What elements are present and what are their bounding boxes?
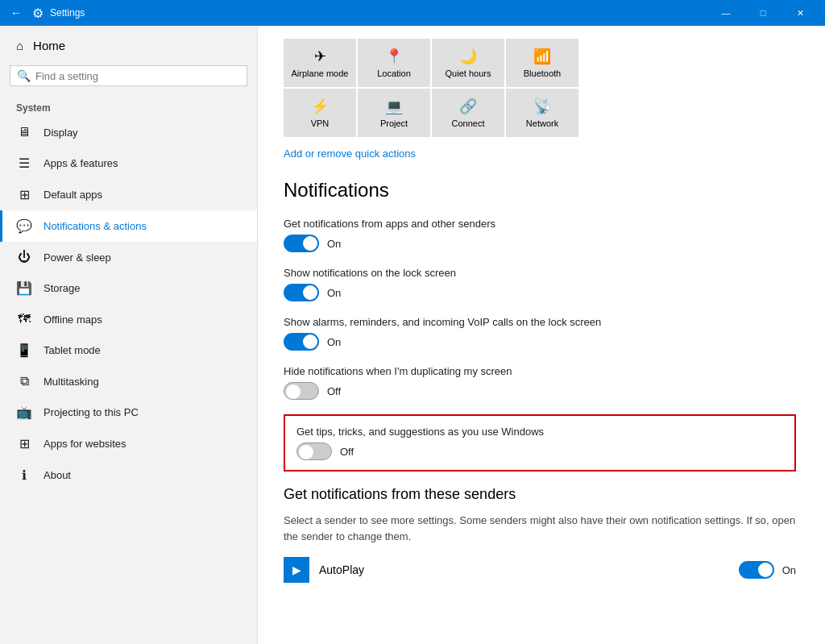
sidebar-item-label: Apps for websites — [44, 438, 126, 450]
toggle-thumb — [303, 285, 317, 300]
sidebar-item-projecting[interactable]: 📺 Projecting to this PC — [0, 397, 257, 428]
power-icon: ⏻ — [16, 250, 32, 264]
qa-label: Location — [377, 69, 411, 78]
toggle-alarms[interactable] — [284, 333, 319, 351]
toggle-thumb — [286, 384, 301, 399]
qa-vpn[interactable]: ⚡ VPN — [284, 89, 356, 137]
toggle-row: On — [284, 235, 796, 252]
sidebar-item-label: Power & sleep — [44, 251, 111, 264]
add-remove-link[interactable]: Add or remove quick actions — [284, 147, 416, 160]
qa-label: Connect — [452, 118, 485, 128]
qa-bluetooth[interactable]: 📶 Bluetooth — [506, 39, 578, 87]
toggle-row: Off — [284, 382, 796, 400]
setting-alarms: Show alarms, reminders, and incoming VoI… — [284, 316, 796, 351]
apps-features-icon: ☰ — [16, 156, 32, 171]
sidebar: ⌂ Home 🔍 System 🖥 Display ☰ Apps & featu… — [0, 26, 258, 644]
qa-connect[interactable]: 🔗 Connect — [432, 89, 504, 137]
quiet-hours-icon: 🌙 — [459, 48, 477, 65]
toggle-autoplay[interactable] — [739, 561, 774, 579]
settings-icon: ⚙ — [32, 6, 44, 21]
qa-location[interactable]: 📍 Location — [358, 39, 430, 87]
airplane-icon: ✈ — [314, 48, 326, 65]
qa-label: Bluetooth — [524, 69, 561, 78]
main-layout: ⌂ Home 🔍 System 🖥 Display ☰ Apps & featu… — [0, 26, 825, 644]
qa-network[interactable]: 📡 Network — [506, 89, 578, 137]
sidebar-item-multitasking[interactable]: ⧉ Multitasking — [0, 366, 257, 397]
sidebar-item-apps-websites[interactable]: ⊞ Apps for websites — [0, 428, 257, 459]
search-box: 🔍 — [10, 65, 247, 86]
sidebar-item-offline-maps[interactable]: 🗺 Offline maps — [0, 304, 257, 334]
autoplay-state-label: On — [782, 564, 796, 576]
toggle-state-label: Off — [340, 446, 354, 458]
home-label: Home — [33, 39, 65, 52]
sidebar-item-label: Multitasking — [44, 376, 99, 388]
qa-quiet-hours[interactable]: 🌙 Quiet hours — [432, 39, 504, 87]
sidebar-item-notifications[interactable]: 💬 Notifications & actions — [0, 210, 257, 242]
sidebar-item-label: Storage — [44, 282, 81, 294]
autoplay-icon: ▶ — [284, 557, 309, 583]
titlebar: ← ⚙ Settings — □ ✕ — [0, 0, 825, 26]
network-icon: 📡 — [533, 98, 551, 115]
toggle-thumb — [758, 563, 773, 577]
vpn-icon: ⚡ — [311, 98, 329, 115]
connect-icon: 🔗 — [459, 98, 477, 115]
sidebar-section-label: System — [0, 96, 257, 117]
quick-actions-grid: ✈ Airplane mode 📍 Location 🌙 Quiet hours… — [284, 39, 796, 137]
sender-row-autoplay[interactable]: ▶ AutoPlay On — [284, 557, 796, 583]
toggle-state-label: On — [327, 287, 341, 299]
toggle-get-notifications[interactable] — [284, 235, 319, 252]
toggle-state-label: On — [327, 336, 341, 348]
toggle-lock-screen[interactable] — [284, 284, 319, 301]
maximize-button[interactable]: □ — [744, 0, 781, 26]
minimize-button[interactable]: — — [707, 0, 744, 26]
sidebar-item-label: Offline maps — [44, 314, 102, 326]
sidebar-item-label: Tablet mode — [44, 344, 101, 356]
tablet-icon: 📱 — [16, 343, 32, 358]
apps-websites-icon: ⊞ — [16, 436, 32, 451]
qa-label: Project — [380, 118, 408, 128]
qa-label: VPN — [311, 118, 330, 128]
setting-get-notifications: Get notifications from apps and other se… — [284, 218, 796, 252]
qa-label: Quiet hours — [446, 69, 491, 78]
highlight-box-tips: Get tips, tricks, and suggestions as you… — [284, 414, 796, 472]
toggle-row: On — [284, 284, 796, 301]
toggle-state-label: Off — [327, 385, 341, 397]
sidebar-item-storage[interactable]: 💾 Storage — [0, 272, 257, 304]
sidebar-item-tablet-mode[interactable]: 📱 Tablet mode — [0, 334, 257, 366]
maps-icon: 🗺 — [16, 312, 32, 326]
sidebar-item-label: About — [44, 469, 71, 481]
sidebar-item-label: Default apps — [44, 189, 102, 201]
home-icon: ⌂ — [16, 39, 23, 52]
content-inner: ✈ Airplane mode 📍 Location 🌙 Quiet hours… — [258, 26, 822, 612]
bluetooth-icon: 📶 — [533, 48, 551, 65]
notifications-icon: 💬 — [16, 218, 32, 234]
sidebar-item-power-sleep[interactable]: ⏻ Power & sleep — [0, 242, 257, 272]
qa-airplane-mode[interactable]: ✈ Airplane mode — [284, 39, 356, 87]
toggle-duplicating[interactable] — [284, 382, 319, 400]
default-apps-icon: ⊞ — [16, 187, 32, 202]
senders-description: Select a sender to see more settings. So… — [284, 513, 796, 544]
toggle-tips[interactable] — [296, 442, 332, 460]
sidebar-home[interactable]: ⌂ Home — [0, 26, 257, 65]
sidebar-item-apps-features[interactable]: ☰ Apps & features — [0, 147, 257, 179]
sidebar-item-display[interactable]: 🖥 Display — [0, 117, 257, 147]
sidebar-item-label: Notifications & actions — [44, 220, 147, 232]
sidebar-item-label: Projecting to this PC — [44, 406, 139, 418]
qa-project[interactable]: 💻 Project — [358, 89, 430, 137]
tips-setting-label: Get tips, tricks, and suggestions as you… — [296, 426, 783, 438]
search-input[interactable] — [35, 70, 240, 82]
toggle-thumb — [299, 445, 313, 459]
back-button[interactable]: ← — [6, 3, 26, 23]
sidebar-item-label: Display — [44, 127, 78, 139]
sidebar-item-default-apps[interactable]: ⊞ Default apps — [0, 179, 257, 210]
close-button[interactable]: ✕ — [781, 0, 819, 26]
toggle-state-label: On — [327, 238, 341, 250]
sidebar-item-about[interactable]: ℹ About — [0, 459, 257, 491]
notifications-title: Notifications — [284, 179, 796, 202]
about-icon: ℹ — [16, 467, 32, 483]
senders-title: Get notifications from these senders — [284, 486, 796, 503]
toggle-row: On — [284, 333, 796, 351]
project-icon: 💻 — [385, 98, 403, 115]
setting-lock-screen: Show notifications on the lock screen On — [284, 267, 796, 301]
toggle-thumb — [303, 236, 317, 251]
